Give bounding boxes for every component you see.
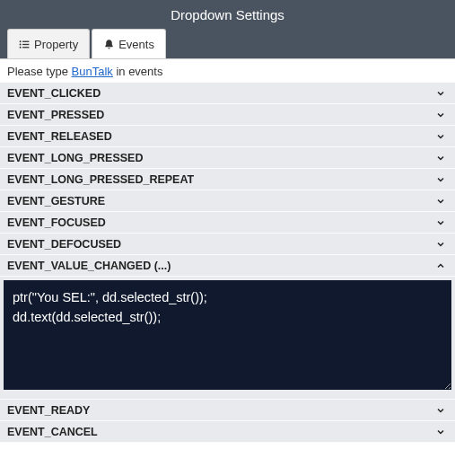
event-row[interactable]: EVENT_CLICKED	[0, 83, 455, 104]
chevron-down-icon	[435, 88, 446, 99]
event-label: EVENT_PRESSED	[7, 109, 104, 121]
event-label: EVENT_VALUE_CHANGED (...)	[7, 260, 171, 272]
list-icon	[19, 39, 31, 50]
title-text: Dropdown Settings	[171, 7, 284, 22]
event-row[interactable]: EVENT_PRESSED	[0, 104, 455, 126]
event-label: EVENT_READY	[7, 404, 90, 417]
event-label: EVENT_DEFOCUSED	[7, 238, 121, 251]
event-row[interactable]: EVENT_CANCEL	[0, 421, 455, 443]
event-label: EVENT_GESTURE	[7, 195, 105, 207]
hint-suffix: in events	[113, 65, 163, 78]
event-label: EVENT_FOCUSED	[7, 216, 106, 229]
chevron-down-icon	[435, 131, 446, 142]
tab-bar: Property Events	[0, 29, 455, 59]
svg-rect-3	[22, 43, 29, 44]
empty-space	[0, 443, 455, 476]
chevron-up-icon	[435, 260, 446, 271]
chevron-down-icon	[435, 427, 446, 437]
titlebar: Dropdown Settings	[0, 0, 455, 29]
event-row[interactable]: EVENT_DEFOCUSED	[0, 234, 455, 255]
tab-events[interactable]: Events	[92, 29, 166, 58]
event-row[interactable]: EVENT_GESTURE	[0, 190, 455, 212]
hint-text: Please type BunTalk in events	[0, 59, 455, 83]
bell-icon	[103, 39, 115, 50]
event-label: EVENT_RELEASED	[7, 130, 112, 143]
event-label: EVENT_LONG_PRESSED_REPEAT	[7, 173, 194, 186]
chevron-down-icon	[435, 217, 446, 228]
chevron-down-icon	[435, 239, 446, 250]
event-row[interactable]: EVENT_LONG_PRESSED	[0, 147, 455, 169]
event-row[interactable]: EVENT_LONG_PRESSED_REPEAT	[0, 169, 455, 190]
chevron-down-icon	[435, 174, 446, 185]
event-label: EVENT_LONG_PRESSED	[7, 152, 143, 164]
event-row[interactable]: EVENT_RELEASED	[0, 126, 455, 147]
tab-property[interactable]: Property	[7, 29, 90, 58]
chevron-down-icon	[435, 196, 446, 207]
events-panel: EVENT_CLICKEDEVENT_PRESSEDEVENT_RELEASED…	[0, 83, 455, 443]
chevron-down-icon	[435, 110, 446, 120]
chevron-down-icon	[435, 405, 446, 416]
svg-rect-5	[22, 47, 29, 48]
svg-rect-1	[22, 40, 29, 41]
event-code-input[interactable]	[4, 280, 451, 390]
event-label: EVENT_CLICKED	[7, 87, 101, 100]
code-area-wrap	[0, 277, 455, 400]
event-row[interactable]: EVENT_FOCUSED	[0, 212, 455, 234]
svg-point-2	[20, 43, 22, 45]
tab-events-label: Events	[118, 38, 154, 51]
event-label: EVENT_CANCEL	[7, 426, 98, 438]
event-row[interactable]: EVENT_VALUE_CHANGED (...)	[0, 255, 455, 277]
tab-property-label: Property	[34, 38, 78, 51]
hint-link[interactable]: BunTalk	[72, 65, 113, 78]
hint-prefix: Please type	[7, 65, 72, 78]
svg-point-0	[20, 40, 22, 42]
chevron-down-icon	[435, 153, 446, 163]
svg-point-4	[20, 46, 22, 48]
event-row[interactable]: EVENT_READY	[0, 400, 455, 421]
